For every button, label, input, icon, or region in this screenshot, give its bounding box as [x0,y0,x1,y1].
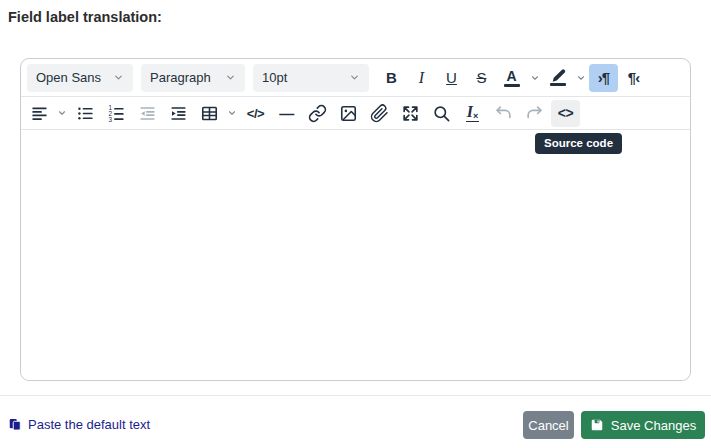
text-color-button[interactable]: A [497,64,526,92]
chevron-down-icon [113,72,124,83]
source-code-button[interactable]: <> [551,100,580,127]
undo-button [489,100,518,127]
block-format-select[interactable]: Paragraph [141,64,245,92]
cancel-button[interactable]: Cancel [523,411,574,439]
clear-formatting-button[interactable]: I× [458,100,487,127]
fullscreen-icon [401,104,420,123]
editor-content-area[interactable] [21,130,690,380]
text-color-icon: A [504,69,520,87]
save-changes-label: Save Changes [611,418,696,433]
insert-image-button[interactable] [334,100,363,127]
field-translation-dialog: Field label translation: Open Sans Parag… [0,0,711,448]
attachment-button[interactable] [365,100,394,127]
clear-formatting-icon: I× [466,104,480,122]
rich-text-editor: Open Sans Paragraph 10pt B I U S [20,58,691,381]
unordered-list-icon [76,104,95,123]
table-icon [200,104,219,123]
font-size-value: 10pt [262,70,287,85]
align-menu-chevron[interactable] [54,99,69,127]
search-icon [432,104,451,123]
font-family-value: Open Sans [36,70,101,85]
font-size-select[interactable]: 10pt [253,64,369,92]
save-changes-button[interactable]: Save Changes [581,411,705,439]
align-left-icon [30,104,49,123]
toolbar-row-2: 1 2 3 [21,97,690,130]
image-icon [339,104,358,123]
highlight-color-menu-chevron[interactable] [573,64,588,92]
outdent-icon [138,104,157,123]
chevron-down-icon [349,72,360,83]
horizontal-rule-button[interactable]: — [272,100,301,127]
block-format-value: Paragraph [150,70,211,85]
italic-button[interactable]: I [407,64,436,92]
paste-default-text-link[interactable]: Paste the default text [8,417,150,432]
search-button[interactable] [427,100,456,127]
indent-icon [169,104,188,123]
rtl-direction-button[interactable]: ¶‹ [619,64,648,92]
ordered-list-icon: 1 2 3 [107,104,126,123]
unordered-list-button[interactable] [71,100,100,127]
highlight-pen-icon [550,69,566,86]
footer-divider [0,395,711,396]
toolbar-row-1: Open Sans Paragraph 10pt B I U S [21,59,690,97]
undo-icon [494,104,513,123]
insert-link-button[interactable] [303,100,332,127]
ordered-list-button[interactable]: 1 2 3 [102,100,131,127]
link-icon [308,104,327,123]
code-sample-button[interactable]: </> [241,100,270,127]
save-icon [590,418,604,432]
paste-icon [8,417,22,432]
highlight-color-button[interactable] [543,64,572,92]
font-family-select[interactable]: Open Sans [27,64,133,92]
text-color-menu-chevron[interactable] [527,64,542,92]
paste-default-text-label: Paste the default text [28,417,150,432]
table-button[interactable] [195,100,224,127]
bold-button[interactable]: B [377,64,406,92]
strikethrough-button[interactable]: S [467,64,496,92]
outdent-button [133,100,162,127]
chevron-down-icon [225,72,236,83]
underline-button[interactable]: U [437,64,466,92]
redo-button [520,100,549,127]
tooltip: Source code [535,133,622,154]
fullscreen-button[interactable] [396,100,425,127]
svg-text:3: 3 [109,115,113,122]
paperclip-icon [370,104,389,123]
align-left-button[interactable] [25,100,54,127]
indent-button[interactable] [164,100,193,127]
ltr-direction-button[interactable]: ›¶ [589,64,618,92]
page-title: Field label translation: [8,9,162,25]
table-menu-chevron[interactable] [224,99,239,127]
redo-icon [525,104,544,123]
